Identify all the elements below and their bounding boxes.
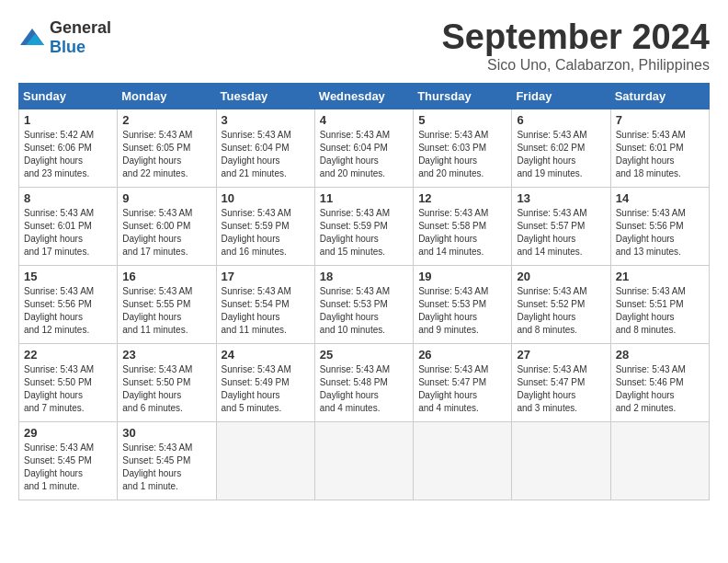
table-row: 29Sunrise: 5:43 AMSunset: 5:45 PMDayligh… xyxy=(19,421,118,500)
calendar-week-4: 22Sunrise: 5:43 AMSunset: 5:50 PMDayligh… xyxy=(19,343,710,421)
day-info: Sunrise: 5:43 AMSunset: 6:05 PMDaylight … xyxy=(122,129,210,180)
calendar-week-3: 15Sunrise: 5:43 AMSunset: 5:56 PMDayligh… xyxy=(19,265,710,343)
col-friday: Friday xyxy=(512,83,610,109)
day-number: 26 xyxy=(418,348,506,362)
table-row: 25Sunrise: 5:43 AMSunset: 5:48 PMDayligh… xyxy=(314,343,413,421)
day-info: Sunrise: 5:43 AMSunset: 5:53 PMDaylight … xyxy=(418,285,506,337)
calendar-week-1: 1Sunrise: 5:42 AMSunset: 6:06 PMDaylight… xyxy=(19,109,710,187)
day-number: 21 xyxy=(616,270,704,283)
day-info: Sunrise: 5:43 AMSunset: 5:45 PMDaylight … xyxy=(24,442,112,493)
day-number: 7 xyxy=(616,113,704,127)
day-info: Sunrise: 5:43 AMSunset: 5:53 PMDaylight … xyxy=(320,285,408,337)
table-row: 3Sunrise: 5:43 AMSunset: 6:04 PMDaylight… xyxy=(216,109,314,187)
day-info: Sunrise: 5:43 AMSunset: 5:47 PMDaylight … xyxy=(517,363,605,415)
day-info: Sunrise: 5:43 AMSunset: 5:58 PMDaylight … xyxy=(418,207,506,259)
day-number: 22 xyxy=(24,348,112,362)
logo-text: General Blue xyxy=(50,18,111,57)
day-number: 9 xyxy=(122,191,210,205)
table-row xyxy=(414,421,512,500)
table-row: 14Sunrise: 5:43 AMSunset: 5:56 PMDayligh… xyxy=(610,187,709,265)
day-info: Sunrise: 5:43 AMSunset: 5:55 PMDaylight … xyxy=(122,285,210,337)
table-row: 24Sunrise: 5:43 AMSunset: 5:49 PMDayligh… xyxy=(216,343,314,421)
day-number: 14 xyxy=(616,191,704,205)
col-sunday: Sunday xyxy=(19,83,118,109)
day-number: 19 xyxy=(418,270,506,283)
table-row: 18Sunrise: 5:43 AMSunset: 5:53 PMDayligh… xyxy=(314,265,413,343)
day-number: 5 xyxy=(418,113,506,127)
table-row: 8Sunrise: 5:43 AMSunset: 6:01 PMDaylight… xyxy=(19,187,118,265)
day-number: 20 xyxy=(517,270,605,283)
table-row xyxy=(610,421,709,500)
day-info: Sunrise: 5:43 AMSunset: 5:49 PMDaylight … xyxy=(222,363,310,415)
col-thursday: Thursday xyxy=(414,83,512,109)
calendar-table: Sunday Monday Tuesday Wednesday Thursday… xyxy=(18,83,710,500)
day-number: 6 xyxy=(517,113,605,127)
table-row: 23Sunrise: 5:43 AMSunset: 5:50 PMDayligh… xyxy=(118,343,216,421)
table-row: 1Sunrise: 5:42 AMSunset: 6:06 PMDaylight… xyxy=(19,109,118,187)
table-row xyxy=(512,421,610,500)
table-row: 5Sunrise: 5:43 AMSunset: 6:03 PMDaylight… xyxy=(414,109,512,187)
location-title: Sico Uno, Calabarzon, Philippines xyxy=(442,57,711,74)
day-info: Sunrise: 5:43 AMSunset: 5:50 PMDaylight … xyxy=(122,363,210,415)
day-info: Sunrise: 5:42 AMSunset: 6:06 PMDaylight … xyxy=(24,129,112,180)
table-row: 28Sunrise: 5:43 AMSunset: 5:46 PMDayligh… xyxy=(610,343,709,421)
day-info: Sunrise: 5:43 AMSunset: 5:48 PMDaylight … xyxy=(320,363,408,415)
day-info: Sunrise: 5:43 AMSunset: 5:57 PMDaylight … xyxy=(517,207,605,259)
table-row: 19Sunrise: 5:43 AMSunset: 5:53 PMDayligh… xyxy=(414,265,512,343)
day-info: Sunrise: 5:43 AMSunset: 5:51 PMDaylight … xyxy=(616,285,704,337)
table-row: 20Sunrise: 5:43 AMSunset: 5:52 PMDayligh… xyxy=(512,265,610,343)
day-number: 11 xyxy=(320,191,408,205)
day-number: 27 xyxy=(517,348,605,362)
day-info: Sunrise: 5:43 AMSunset: 6:00 PMDaylight … xyxy=(122,207,210,259)
day-info: Sunrise: 5:43 AMSunset: 5:47 PMDaylight … xyxy=(418,363,506,415)
calendar-week-2: 8Sunrise: 5:43 AMSunset: 6:01 PMDaylight… xyxy=(19,187,710,265)
table-row: 27Sunrise: 5:43 AMSunset: 5:47 PMDayligh… xyxy=(512,343,610,421)
calendar-week-5: 29Sunrise: 5:43 AMSunset: 5:45 PMDayligh… xyxy=(19,421,710,500)
table-row: 4Sunrise: 5:43 AMSunset: 6:04 PMDaylight… xyxy=(314,109,413,187)
day-number: 25 xyxy=(320,348,408,362)
day-number: 3 xyxy=(222,113,310,127)
day-number: 18 xyxy=(320,270,408,283)
day-number: 4 xyxy=(320,113,408,127)
day-info: Sunrise: 5:43 AMSunset: 6:01 PMDaylight … xyxy=(616,129,704,180)
day-info: Sunrise: 5:43 AMSunset: 6:03 PMDaylight … xyxy=(418,129,506,180)
header-row: Sunday Monday Tuesday Wednesday Thursday… xyxy=(19,83,710,109)
day-number: 29 xyxy=(24,426,112,440)
day-info: Sunrise: 5:43 AMSunset: 5:46 PMDaylight … xyxy=(616,363,704,415)
day-number: 1 xyxy=(24,113,112,127)
table-row: 22Sunrise: 5:43 AMSunset: 5:50 PMDayligh… xyxy=(19,343,118,421)
day-number: 28 xyxy=(616,348,704,362)
table-row: 30Sunrise: 5:43 AMSunset: 5:45 PMDayligh… xyxy=(118,421,216,500)
day-number: 13 xyxy=(517,191,605,205)
table-row: 7Sunrise: 5:43 AMSunset: 6:01 PMDaylight… xyxy=(610,109,709,187)
col-saturday: Saturday xyxy=(610,83,709,109)
table-row: 26Sunrise: 5:43 AMSunset: 5:47 PMDayligh… xyxy=(414,343,512,421)
day-info: Sunrise: 5:43 AMSunset: 6:04 PMDaylight … xyxy=(222,129,310,180)
table-row: 2Sunrise: 5:43 AMSunset: 6:05 PMDaylight… xyxy=(118,109,216,187)
table-row: 13Sunrise: 5:43 AMSunset: 5:57 PMDayligh… xyxy=(512,187,610,265)
table-row: 15Sunrise: 5:43 AMSunset: 5:56 PMDayligh… xyxy=(19,265,118,343)
day-info: Sunrise: 5:43 AMSunset: 5:56 PMDaylight … xyxy=(24,285,112,337)
day-info: Sunrise: 5:43 AMSunset: 5:56 PMDaylight … xyxy=(616,207,704,259)
col-tuesday: Tuesday xyxy=(216,83,314,109)
title-area: September 2024 Sico Uno, Calabarzon, Phi… xyxy=(442,18,711,74)
day-number: 8 xyxy=(24,191,112,205)
day-number: 10 xyxy=(222,191,310,205)
table-row: 10Sunrise: 5:43 AMSunset: 5:59 PMDayligh… xyxy=(216,187,314,265)
day-info: Sunrise: 5:43 AMSunset: 5:52 PMDaylight … xyxy=(517,285,605,337)
day-number: 16 xyxy=(122,270,210,283)
day-info: Sunrise: 5:43 AMSunset: 5:59 PMDaylight … xyxy=(222,207,310,259)
day-number: 23 xyxy=(122,348,210,362)
day-number: 24 xyxy=(222,348,310,362)
day-number: 2 xyxy=(122,113,210,127)
logo-icon xyxy=(18,27,46,49)
day-info: Sunrise: 5:43 AMSunset: 6:02 PMDaylight … xyxy=(517,129,605,180)
day-info: Sunrise: 5:43 AMSunset: 5:54 PMDaylight … xyxy=(222,285,310,337)
logo-blue: Blue xyxy=(50,38,85,56)
day-info: Sunrise: 5:43 AMSunset: 5:59 PMDaylight … xyxy=(320,207,408,259)
col-monday: Monday xyxy=(118,83,216,109)
table-row: 9Sunrise: 5:43 AMSunset: 6:00 PMDaylight… xyxy=(118,187,216,265)
day-info: Sunrise: 5:43 AMSunset: 6:01 PMDaylight … xyxy=(24,207,112,259)
table-row xyxy=(216,421,314,500)
header: General Blue September 2024 Sico Uno, Ca… xyxy=(18,18,710,74)
